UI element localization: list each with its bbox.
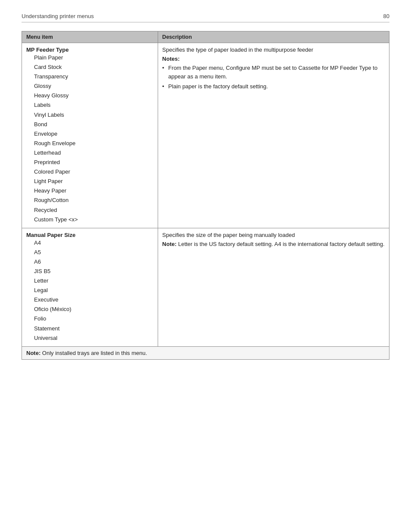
- list-item: Folio: [26, 314, 153, 324]
- note-inline-text: Letter is the US factory default setting…: [177, 241, 385, 247]
- bullet-list-mp: From the Paper menu, Configure MP must b…: [162, 64, 385, 91]
- list-item: Rough/Cotton: [26, 196, 153, 205]
- list-item: Statement: [26, 324, 153, 333]
- footer-note-text: Only installed trays are listed in this …: [40, 350, 147, 356]
- desc-cell-mp: Specifies the type of paper loaded in th…: [158, 43, 389, 228]
- page-header: Understanding printer menus 80: [22, 13, 389, 22]
- note-inline-bold: Note:: [162, 241, 177, 247]
- list-item: A6: [26, 257, 153, 267]
- mp-feeder-type-header: MP Feeder Type: [26, 47, 69, 53]
- table-row: MP Feeder Type Plain Paper Card Stock Tr…: [22, 43, 389, 228]
- menu-cell-mp: MP Feeder Type Plain Paper Card Stock Tr…: [22, 43, 158, 228]
- list-item: Light Paper: [26, 177, 153, 186]
- desc-main-manual: Specifies the size of the paper being ma…: [162, 232, 385, 238]
- footer-note-row: Note: Only installed trays are listed in…: [22, 346, 389, 359]
- list-item: JIS B5: [26, 267, 153, 276]
- list-item: Heavy Paper: [26, 186, 153, 196]
- page-title: Understanding printer menus: [22, 13, 94, 19]
- table-row: Manual Paper Size A4 A5 A6 JIS B5 Letter…: [22, 228, 389, 346]
- menu-cell-manual: Manual Paper Size A4 A5 A6 JIS B5 Letter…: [22, 228, 158, 346]
- desc-cell-manual: Specifies the size of the paper being ma…: [158, 228, 389, 346]
- list-item: Bond: [26, 120, 153, 129]
- footer-note-cell: Note: Only installed trays are listed in…: [22, 346, 389, 359]
- list-item: Rough Envelope: [26, 139, 153, 148]
- list-item: From the Paper menu, Configure MP must b…: [162, 64, 385, 81]
- list-item: Oficio (México): [26, 305, 153, 314]
- manual-paper-size-header: Manual Paper Size: [26, 232, 75, 238]
- col-desc-header: Description: [158, 31, 389, 43]
- list-item: Heavy Glossy: [26, 91, 153, 100]
- list-item: Legal: [26, 286, 153, 295]
- list-item: A4: [26, 238, 153, 248]
- list-item: Vinyl Labels: [26, 110, 153, 120]
- list-item: Preprinted: [26, 158, 153, 167]
- desc-note-manual: Note: Letter is the US factory default s…: [162, 241, 385, 247]
- list-item: Transparency: [26, 72, 153, 81]
- list-item: Letterhead: [26, 148, 153, 158]
- list-item: Labels: [26, 100, 153, 110]
- list-item: Plain paper is the factory default setti…: [162, 82, 385, 91]
- col-menu-header: Menu item: [22, 31, 158, 43]
- list-item: Universal: [26, 333, 153, 343]
- list-item: Colored Paper: [26, 167, 153, 177]
- list-item: Custom Type <x>: [26, 215, 153, 224]
- list-item: Recycled: [26, 205, 153, 215]
- page-number: 80: [383, 13, 389, 19]
- list-item: Envelope: [26, 129, 153, 139]
- desc-main-mp: Specifies the type of paper loaded in th…: [162, 47, 385, 53]
- main-table: Menu item Description MP Feeder Type Pla…: [22, 31, 389, 360]
- list-item: Letter: [26, 276, 153, 286]
- list-item: Card Stock: [26, 62, 153, 72]
- notes-label-mp: Notes:: [162, 56, 385, 62]
- list-item: Executive: [26, 295, 153, 305]
- list-item: Glossy: [26, 81, 153, 91]
- list-item: A5: [26, 248, 153, 257]
- list-item: Plain Paper: [26, 53, 153, 62]
- footer-note-bold: Note:: [26, 350, 40, 356]
- page: Understanding printer menus 80 Menu item…: [0, 0, 411, 377]
